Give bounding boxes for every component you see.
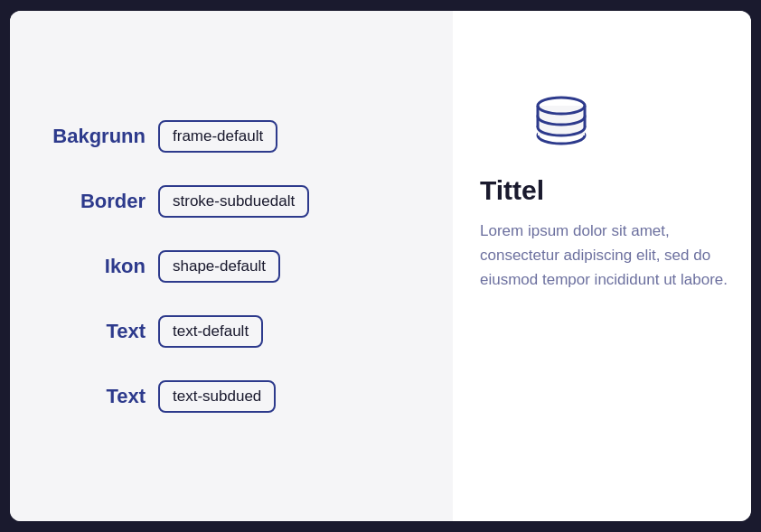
label-text2: Text xyxy=(46,385,146,408)
token-bakgrunn: frame-default xyxy=(158,120,277,153)
card-title: Tittel xyxy=(480,175,544,206)
row-border: Border stroke-subduedalt xyxy=(46,185,417,218)
card-body: Lorem ipsum dolor sit amet, consectetur … xyxy=(480,219,733,293)
token-text-default: text-default xyxy=(158,315,263,348)
row-ikon: Ikon shape-default xyxy=(46,250,417,283)
token-text-subdued: text-subdued xyxy=(158,380,276,413)
main-container: Bakgrunn frame-default Border stroke-sub… xyxy=(10,11,751,521)
label-text1: Text xyxy=(46,320,146,343)
coins-icon xyxy=(525,76,597,152)
token-border: stroke-subduedalt xyxy=(158,185,309,218)
left-panel: Bakgrunn frame-default Border stroke-sub… xyxy=(10,11,453,521)
row-bakgrunn: Bakgrunn frame-default xyxy=(46,120,417,153)
row-text-subdued: Text text-subdued xyxy=(46,380,417,413)
label-ikon: Ikon xyxy=(46,255,146,278)
row-text-default: Text text-default xyxy=(46,315,417,348)
label-border: Border xyxy=(46,190,146,213)
right-panel: Tittel Lorem ipsum dolor sit amet, conse… xyxy=(453,11,751,521)
label-bakgrunn: Bakgrunn xyxy=(46,125,146,148)
token-ikon: shape-default xyxy=(158,250,280,283)
